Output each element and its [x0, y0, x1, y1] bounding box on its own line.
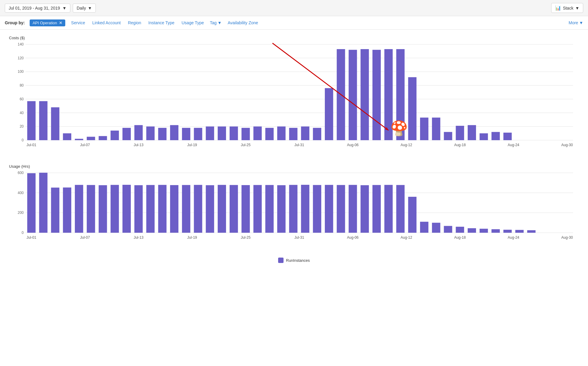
- group-by-service[interactable]: Service: [70, 19, 87, 26]
- active-filter-label: API Operation: [33, 21, 57, 25]
- tag-chevron-icon: ▼: [218, 20, 222, 25]
- cost-chart-container: [9, 41, 579, 155]
- usage-chart-canvas: [9, 170, 579, 248]
- chart-area: Costs ($) Usage (Hrs) RunInstances: [0, 30, 588, 268]
- cost-chart-title: Costs ($): [9, 36, 579, 40]
- date-range-chevron-icon: ▼: [62, 6, 66, 10]
- top-left-controls: Jul 01, 2019 - Aug 31, 2019 ▼ Daily ▼: [5, 4, 96, 13]
- group-by-label: Group by:: [5, 20, 25, 25]
- granularity-button[interactable]: Daily ▼: [73, 4, 96, 13]
- group-by-bar: Group by: API Operation ✕ Service Linked…: [0, 16, 588, 30]
- usage-chart-container: [9, 170, 579, 248]
- cost-chart-canvas: [9, 41, 579, 155]
- bar-chart-icon: 📊: [555, 5, 561, 11]
- top-bar: Jul 01, 2019 - Aug 31, 2019 ▼ Daily ▼ 📊 …: [0, 0, 588, 16]
- group-by-more[interactable]: More ▼: [569, 20, 583, 25]
- cost-chart-section: Costs ($): [9, 36, 579, 155]
- chart-type-button[interactable]: 📊 Stack ▼: [551, 3, 583, 13]
- granularity-label: Daily: [77, 6, 86, 10]
- legend-area: RunInstances: [9, 254, 579, 268]
- group-by-tag[interactable]: Tag ▼: [210, 20, 222, 25]
- chart-type-label: Stack: [563, 6, 573, 10]
- more-label: More: [569, 20, 578, 25]
- active-filter-tag[interactable]: API Operation ✕: [30, 19, 65, 26]
- group-by-region[interactable]: Region: [127, 19, 142, 26]
- remove-filter-button[interactable]: ✕: [59, 21, 62, 25]
- usage-chart-title: Usage (Hrs): [9, 164, 579, 169]
- tag-label: Tag: [210, 20, 217, 25]
- granularity-chevron-icon: ▼: [88, 6, 92, 10]
- chart-type-chevron-icon: ▼: [575, 6, 579, 10]
- group-by-instance-type[interactable]: Instance Type: [147, 19, 176, 26]
- date-range-button[interactable]: Jul 01, 2019 - Aug 31, 2019 ▼: [5, 4, 70, 13]
- group-by-linked-account[interactable]: Linked Account: [91, 19, 122, 26]
- usage-chart-section: Usage (Hrs): [9, 164, 579, 254]
- group-by-availability-zone[interactable]: Availability Zone: [226, 19, 259, 26]
- more-chevron-icon: ▼: [579, 20, 583, 25]
- legend-label: RunInstances: [286, 258, 310, 263]
- group-by-usage-type[interactable]: Usage Type: [181, 19, 205, 26]
- legend-color-box: [278, 258, 284, 263]
- date-range-label: Jul 01, 2019 - Aug 31, 2019: [9, 6, 60, 10]
